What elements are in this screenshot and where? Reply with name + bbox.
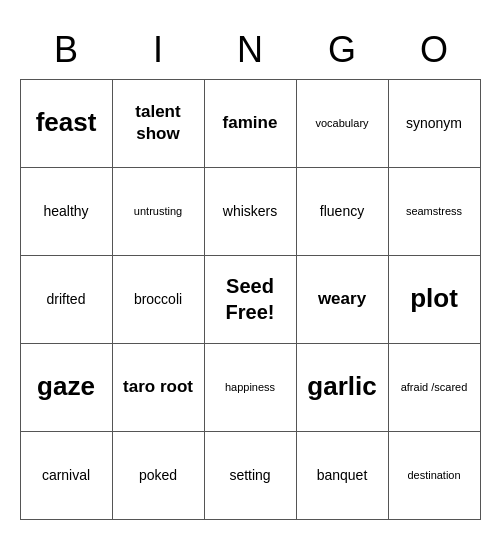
bingo-cell: whiskers xyxy=(204,167,296,255)
bingo-cell: healthy xyxy=(20,167,112,255)
bingo-cell: untrusting xyxy=(112,167,204,255)
bingo-cell: happiness xyxy=(204,343,296,431)
bingo-cell: vocabulary xyxy=(296,79,388,167)
header-letter: O xyxy=(388,25,480,80)
bingo-cell: Seed Free! xyxy=(204,255,296,343)
bingo-cell: garlic xyxy=(296,343,388,431)
bingo-cell: synonym xyxy=(388,79,480,167)
bingo-cell: talent show xyxy=(112,79,204,167)
table-row: carnivalpokedsettingbanquetdestination xyxy=(20,431,480,519)
bingo-grid: BINGO feasttalent showfaminevocabularysy… xyxy=(20,25,481,520)
header-letter: I xyxy=(112,25,204,80)
bingo-cell: afraid /scared xyxy=(388,343,480,431)
bingo-cell: setting xyxy=(204,431,296,519)
table-row: feasttalent showfaminevocabularysynonym xyxy=(20,79,480,167)
header-letter: G xyxy=(296,25,388,80)
table-row: healthyuntrustingwhiskersfluencyseamstre… xyxy=(20,167,480,255)
bingo-cell: gaze xyxy=(20,343,112,431)
bingo-cell: seamstress xyxy=(388,167,480,255)
bingo-cell: feast xyxy=(20,79,112,167)
bingo-cell: banquet xyxy=(296,431,388,519)
bingo-cell: drifted xyxy=(20,255,112,343)
bingo-cell: weary xyxy=(296,255,388,343)
header-letter: B xyxy=(20,25,112,80)
header-letter: N xyxy=(204,25,296,80)
bingo-cell: taro root xyxy=(112,343,204,431)
bingo-cell: broccoli xyxy=(112,255,204,343)
bingo-cell: famine xyxy=(204,79,296,167)
table-row: driftedbroccoliSeed Free!wearyplot xyxy=(20,255,480,343)
bingo-cell: fluency xyxy=(296,167,388,255)
bingo-cell: carnival xyxy=(20,431,112,519)
bingo-cell: poked xyxy=(112,431,204,519)
bingo-cell: plot xyxy=(388,255,480,343)
bingo-cell: destination xyxy=(388,431,480,519)
table-row: gazetaro roothappinessgarlicafraid /scar… xyxy=(20,343,480,431)
